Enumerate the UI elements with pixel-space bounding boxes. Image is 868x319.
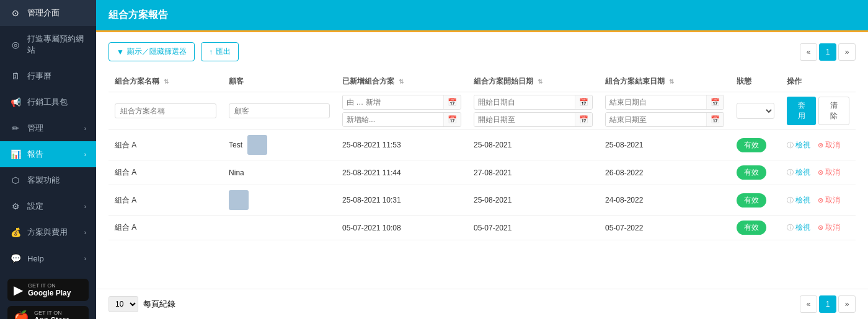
next-page-button-bottom[interactable]: »: [838, 295, 856, 313]
filter-customer-input[interactable]: [229, 103, 330, 118]
cell-added: 25-08-2021 11:53: [336, 130, 467, 160]
cell-name: 組合 A: [108, 185, 223, 216]
filter-action-cell: 套用 清除: [781, 92, 856, 130]
sidebar-item-help[interactable]: 💬 Help ›: [0, 245, 96, 271]
view-link[interactable]: ⓘ 檢視: [787, 167, 810, 178]
sidebar-item-plans[interactable]: 💰 方案與費用 ›: [0, 219, 96, 245]
filter-added-to-input[interactable]: [343, 113, 443, 126]
cell-status: 有效: [730, 216, 781, 240]
calendar-icon[interactable]: 📅: [706, 113, 724, 126]
chevron-right-icon: ›: [84, 255, 86, 262]
apply-filter-button[interactable]: 套用: [787, 97, 817, 125]
cell-added: 25-08-2021 10:31: [336, 185, 467, 216]
management-icon: ⊙: [10, 7, 21, 19]
calendar-icon[interactable]: 📅: [575, 113, 592, 126]
sidebar-item-premium[interactable]: ⬡ 客製功能: [0, 167, 96, 193]
export-button[interactable]: ↑ 匯出: [201, 42, 239, 61]
app-badges: ▶ GET IT ON Google Play 🍎 GET IT ON App …: [0, 271, 96, 319]
premium-icon: ⬡: [10, 175, 21, 186]
table-row: 組合 A25-08-2021 10:3125-08-202124-08-2022…: [108, 185, 856, 216]
pagination-bottom: « 1 »: [800, 295, 856, 313]
prev-page-button-bottom[interactable]: «: [800, 295, 817, 313]
filter-end-to-input[interactable]: [606, 113, 706, 126]
sort-icon: ⇅: [538, 78, 542, 85]
main-content: 組合方案報告 ▼ 顯示／隱藏篩選器 ↑ 匯出 « 1 »: [96, 0, 868, 319]
status-badge: 有效: [737, 138, 766, 152]
filter-end-from-input[interactable]: [606, 95, 706, 109]
calendar-icon[interactable]: 📅: [706, 95, 724, 109]
current-page-button-bottom[interactable]: 1: [819, 295, 836, 313]
chevron-right-icon: ›: [84, 203, 86, 210]
cancel-link[interactable]: ⊗ 取消: [818, 140, 840, 151]
booking-icon: ◎: [10, 39, 21, 50]
cell-start-date: 27-08-2021: [467, 160, 599, 185]
prev-page-button[interactable]: «: [800, 43, 817, 61]
sidebar-item-report[interactable]: 📊 報告 ›: [0, 141, 96, 167]
chevron-right-icon: ›: [84, 151, 86, 158]
calendar-icon[interactable]: 📅: [443, 113, 461, 126]
calendar-icon[interactable]: 📅: [443, 95, 461, 109]
current-page-button[interactable]: 1: [819, 43, 836, 61]
table-row: 組合 ANina25-08-2021 11:4427-08-202126-08-…: [108, 160, 856, 185]
data-table: 組合方案名稱 ⇅ 顧客 已新增組合方案 ⇅ 組合方案開始日期 ⇅: [108, 71, 856, 240]
sidebar-item-label: 打造專屬預約網站: [27, 33, 86, 56]
toolbar: ▼ 顯示／隱藏篩選器 ↑ 匯出 « 1 »: [108, 42, 856, 61]
filter-toggle-button[interactable]: ▼ 顯示／隱藏篩選器: [108, 42, 195, 61]
pagination-top: « 1 »: [800, 43, 856, 61]
filter-name-input[interactable]: [115, 103, 216, 118]
filter-status-select[interactable]: 有效 無效: [737, 103, 774, 119]
clear-filter-button[interactable]: 清除: [818, 97, 849, 125]
cell-customer: Nina: [223, 160, 336, 185]
filter-added-from-input[interactable]: [343, 95, 443, 109]
view-link[interactable]: ⓘ 檢視: [787, 195, 810, 206]
chevron-right-icon: ›: [84, 125, 86, 132]
filter-start-to-input[interactable]: [474, 113, 575, 126]
bottom-bar: 10 20 50 每頁紀錄 « 1 »: [96, 289, 868, 319]
calendar-icon: 🗓: [10, 71, 21, 82]
sidebar-item-marketing[interactable]: 📢 行銷工具包: [0, 89, 96, 115]
app-store-badge[interactable]: 🍎 GET IT ON App Store: [7, 306, 89, 319]
sidebar-item-management[interactable]: ⊙ 管理介面: [0, 0, 96, 26]
sidebar-item-label: 行事曆: [27, 71, 51, 82]
cell-status: 有效: [730, 160, 781, 185]
calendar-icon[interactable]: 📅: [575, 95, 592, 109]
cell-customer: Test: [223, 130, 336, 160]
next-page-button[interactable]: »: [838, 43, 856, 61]
cell-start-date: 25-08-2021: [467, 130, 599, 160]
sidebar-item-booking-site[interactable]: ◎ 打造專屬預約網站: [0, 26, 96, 63]
apple-icon: 🍎: [14, 310, 29, 319]
cancel-link[interactable]: ⊗ 取消: [818, 195, 840, 206]
cancel-link[interactable]: ⊗ 取消: [818, 222, 840, 233]
cancel-link[interactable]: ⊗ 取消: [818, 167, 840, 178]
report-icon: 📊: [10, 149, 21, 160]
cell-name: 組合 A: [108, 130, 223, 160]
cell-start-date: 05-07-2021: [467, 216, 599, 240]
sidebar-item-label: 方案與費用: [27, 227, 68, 238]
view-link[interactable]: ⓘ 檢視: [787, 140, 810, 151]
per-page-label: 每頁紀錄: [143, 299, 175, 310]
sidebar-item-settings[interactable]: ⚙ 設定 ›: [0, 193, 96, 219]
google-play-badge[interactable]: ▶ GET IT ON Google Play: [7, 279, 89, 301]
page-header: 組合方案報告: [96, 0, 868, 32]
avatar: [247, 135, 267, 155]
sidebar-item-calendar[interactable]: 🗓 行事曆: [0, 63, 96, 89]
google-play-icon: ▶: [14, 282, 23, 297]
sidebar-item-admin[interactable]: ✏ 管理 ›: [0, 115, 96, 141]
cell-end-date: 26-08-2022: [599, 160, 730, 185]
table-row: 組合 ATest25-08-2021 11:5325-08-202125-08-…: [108, 130, 856, 160]
cell-action: ⓘ 檢視⊗ 取消: [781, 216, 856, 240]
filter-start-cell: 📅 📅: [467, 92, 599, 130]
settings-icon: ⚙: [10, 201, 21, 212]
filter-start-from-input[interactable]: [474, 95, 575, 109]
admin-icon: ✏: [10, 123, 21, 134]
sidebar-item-label: Help: [27, 254, 44, 263]
filter-icon: ▼: [117, 48, 124, 56]
filter-end-cell: 📅 📅: [599, 92, 730, 130]
sidebar-item-label: 報告: [27, 149, 43, 160]
customer-name: Test: [229, 141, 242, 149]
cell-end-date: 25-08-2021: [599, 130, 730, 160]
cell-name: 組合 A: [108, 216, 223, 240]
sort-icon: ⇅: [399, 78, 404, 85]
per-page-select[interactable]: 10 20 50: [108, 296, 138, 312]
view-link[interactable]: ⓘ 檢視: [787, 222, 810, 233]
